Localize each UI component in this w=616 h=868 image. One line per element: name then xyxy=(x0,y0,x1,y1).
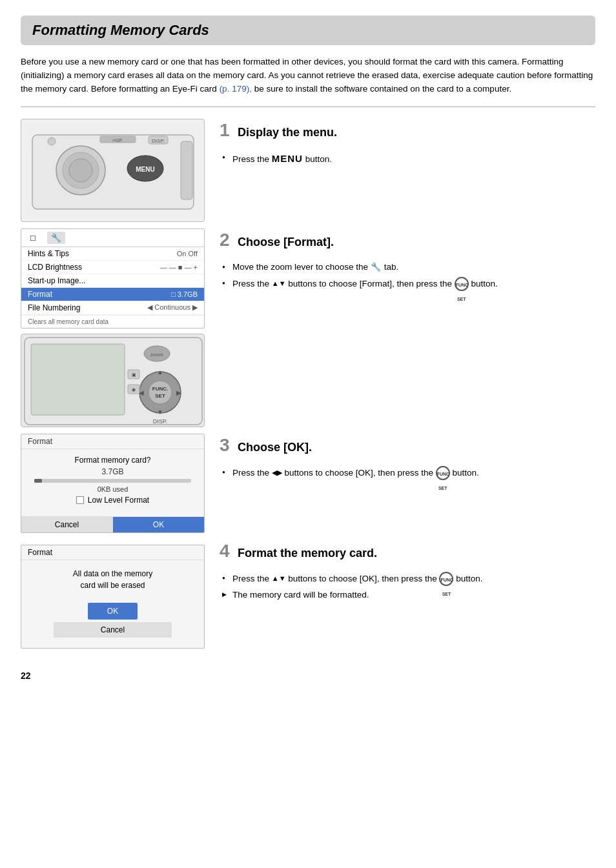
camera-body-svg: zoom FUNC. SET ▲ ▼ ◀ ▶ DISP. ▣ xyxy=(21,334,205,427)
svg-text:DISP.: DISP. xyxy=(152,138,165,144)
format-confirm-line1: All data on the memory xyxy=(28,568,198,580)
step-2-camera-body: zoom FUNC. SET ▲ ▼ ◀ ▶ DISP. ▣ xyxy=(21,334,205,427)
svg-text:▶: ▶ xyxy=(176,389,181,396)
lr-arrow-icon: ◀▶ xyxy=(272,467,282,478)
menu-tab-camera: □ xyxy=(26,232,39,244)
svg-text:MENU: MENU xyxy=(136,166,154,173)
up-down-arrow-icon-2: ▲▼ xyxy=(272,573,286,584)
svg-text:SET: SET xyxy=(155,393,165,399)
svg-rect-13 xyxy=(31,344,125,415)
menu-screen-header: □ 🔧 xyxy=(21,229,204,247)
step-3-bullet-1: Press the ◀▶ buttons to choose [OK], the… xyxy=(222,466,595,480)
step-2-images: □ 🔧 Hints & Tips On Off LCD Brightness —… xyxy=(21,228,208,427)
format-used: 0KB used xyxy=(28,485,198,493)
step-2-title-row: 2 Choose [Format]. xyxy=(220,231,595,256)
func-set-icon-3: FUNCSET xyxy=(439,572,453,586)
step-4-bullet-2: The memory card will be formatted. xyxy=(222,589,595,602)
steps-container: MENU DISP. ▿ISP. 1 Display the menu. xyxy=(21,119,595,655)
intro-text: Before you use a new memory card or one … xyxy=(21,56,595,96)
format-checkbox-label: Low Level Format xyxy=(88,496,149,505)
camera-top-svg: MENU DISP. ▿ISP. xyxy=(26,122,200,219)
menu-screen: □ 🔧 Hints & Tips On Off LCD Brightness —… xyxy=(21,228,205,328)
step-3-number: 3 xyxy=(220,436,234,454)
step-4-images: Format All data on the memory card will … xyxy=(21,540,208,649)
svg-text:▣: ▣ xyxy=(132,372,136,377)
menu-row-filenumbering: File Numbering ◀ Continuous ▶ xyxy=(21,301,204,315)
page-number: 22 xyxy=(21,671,595,681)
format-confirm-title: Format xyxy=(21,545,204,560)
menu-row-hints: Hints & Tips On Off xyxy=(21,247,204,261)
step-3-row: Format Format memory card? 3.7GB 0KB use… xyxy=(21,434,595,533)
svg-text:DISP.: DISP. xyxy=(153,418,167,425)
page-title-box: Formatting Memory Cards xyxy=(21,15,595,45)
svg-text:zoom: zoom xyxy=(150,352,163,358)
svg-text:FUNC.: FUNC. xyxy=(152,386,168,392)
format-question: Format memory card? xyxy=(28,456,198,465)
step-4-number: 4 xyxy=(220,542,234,560)
step-4-title: Format the memory card. xyxy=(238,547,377,560)
format-cancel-btn[interactable]: Cancel xyxy=(21,517,113,532)
format-dialog-body: Format memory card? 3.7GB 0KB used Low L… xyxy=(21,449,204,516)
step-1-bullets: Press the MENU button. xyxy=(222,151,595,167)
up-down-arrow-icon: ▲▼ xyxy=(272,278,286,289)
svg-text:▲: ▲ xyxy=(157,368,163,376)
format-bar-inner xyxy=(34,479,42,483)
format-dialog-title: Format xyxy=(21,434,204,449)
format-dialog: Format Format memory card? 3.7GB 0KB use… xyxy=(21,434,205,533)
func-set-icon: FUNCSET xyxy=(455,277,469,291)
step-4-title-row: 4 Format the memory card. xyxy=(220,542,595,567)
format-confirm-cancel-btn[interactable]: Cancel xyxy=(54,622,172,638)
step-1-row: MENU DISP. ▿ISP. 1 Display the menu. xyxy=(21,119,595,222)
format-bar xyxy=(34,479,191,483)
page-title: Formatting Memory Cards xyxy=(32,22,209,38)
svg-point-8 xyxy=(48,137,56,145)
step-4-bullet-1: Press the ▲▼ buttons to choose [OK], the… xyxy=(222,572,595,586)
format-checkbox[interactable] xyxy=(76,496,84,504)
func-set-icon-2: FUNCSET xyxy=(436,466,450,480)
svg-text:▼: ▼ xyxy=(157,409,163,416)
section-divider xyxy=(21,106,595,107)
menu-button-label: MENU xyxy=(272,153,303,164)
step-1-bullet-1: Press the MENU button. xyxy=(222,151,595,167)
format-buttons: Cancel OK xyxy=(21,516,204,532)
svg-text:▿ISP.: ▿ISP. xyxy=(112,138,122,143)
menu-row-startup: Start-up Image... xyxy=(21,274,204,288)
svg-text:◉: ◉ xyxy=(132,387,136,392)
step-1-number: 1 xyxy=(220,121,234,139)
step-2-number: 2 xyxy=(220,231,234,249)
menu-rows: Hints & Tips On Off LCD Brightness — — ■… xyxy=(21,247,204,315)
format-size: 3.7GB xyxy=(28,467,198,476)
step-1-content: 1 Display the menu. Press the MENU butto… xyxy=(220,119,595,169)
step-3-content: 3 Choose [OK]. Press the ◀▶ buttons to c… xyxy=(220,434,595,483)
step-2-bullet-1: Move the zoom lever to choose the 🔧 tab. xyxy=(222,261,595,274)
step-3-title-row: 3 Choose [OK]. xyxy=(220,436,595,461)
format-confirm-body: All data on the memory card will be eras… xyxy=(21,560,204,648)
step-1-title-row: 1 Display the menu. xyxy=(220,121,595,146)
menu-row-format: Format □ 3.7GB xyxy=(21,288,204,301)
svg-point-3 xyxy=(69,159,92,182)
step-1-images: MENU DISP. ▿ISP. xyxy=(21,119,208,222)
format-checkbox-row: Low Level Format xyxy=(28,496,198,505)
step-3-title: Choose [OK]. xyxy=(238,441,312,454)
svg-point-17 xyxy=(149,381,172,404)
step-4-row: Format All data on the memory card will … xyxy=(21,540,595,649)
format-confirm-dialog: Format All data on the memory card will … xyxy=(21,545,205,649)
menu-row-lcd: LCD Brightness — — ■ — + xyxy=(21,261,204,274)
format-confirm-line2: card will be erased xyxy=(28,580,198,591)
step-1-camera-image: MENU DISP. ▿ISP. xyxy=(21,119,205,222)
format-ok-btn[interactable]: OK xyxy=(113,517,204,532)
intro-link[interactable]: (p. 179), xyxy=(220,84,252,94)
step-2-title: Choose [Format]. xyxy=(238,236,334,249)
step-2-bullets: Move the zoom lever to choose the 🔧 tab.… xyxy=(222,261,595,291)
step-4-content: 4 Format the memory card. Press the ▲▼ b… xyxy=(220,540,595,605)
menu-tab-settings: 🔧 xyxy=(47,232,65,244)
svg-rect-9 xyxy=(181,141,192,199)
step-4-bullets: Press the ▲▼ buttons to choose [OK], the… xyxy=(222,572,595,602)
menu-footer: Clears all memory card data xyxy=(21,315,204,328)
step-2-row: □ 🔧 Hints & Tips On Off LCD Brightness —… xyxy=(21,228,595,427)
step-3-images: Format Format memory card? 3.7GB 0KB use… xyxy=(21,434,208,533)
yt-tab-label: 🔧 xyxy=(371,262,382,272)
format-confirm-ok-btn[interactable]: OK xyxy=(88,603,138,620)
step-3-bullets: Press the ◀▶ buttons to choose [OK], the… xyxy=(222,466,595,480)
step-2-bullet-2: Press the ▲▼ buttons to choose [Format],… xyxy=(222,277,595,291)
